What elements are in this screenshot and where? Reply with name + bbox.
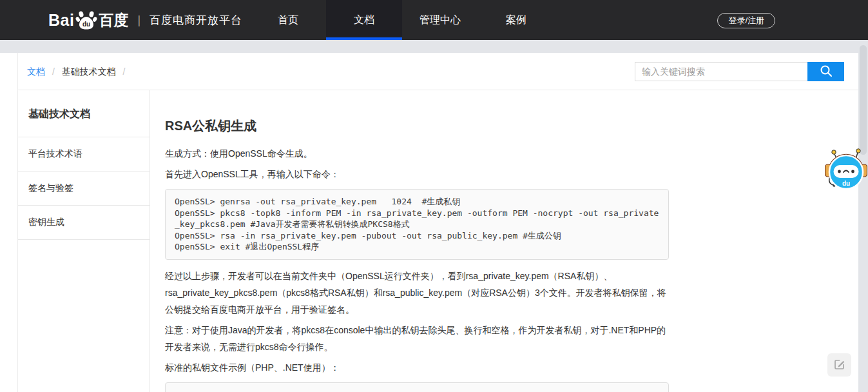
- top-navbar: Bai du 百度 | 百度电商开放平台 首页 文档 管理中心 案例 登录/注册: [0, 0, 868, 40]
- sidebar-item-signature[interactable]: 签名与验签: [18, 172, 149, 206]
- feedback-edit-button[interactable]: [827, 353, 851, 377]
- breadcrumb-link-docs[interactable]: 文档: [27, 66, 45, 77]
- paragraph-steps-result: 经过以上步骤，开发者可以在当前文件夹中（OpenSSL运行文件夹），看到rsa_…: [165, 268, 669, 318]
- paragraph-openssl-intro: 首先进入OpenSSL工具，再输入以下命令：: [165, 166, 669, 182]
- breadcrumb: 文档 / 基础技术文档 /: [27, 66, 130, 78]
- main-nav: 首页 文档 管理中心 案例: [250, 0, 554, 40]
- code-block-private-key-sample: -----BEGIN RSA PRIVATE KEY----- MIICXQIB…: [165, 382, 669, 392]
- code-block-openssl-commands: OpenSSL> genrsa -out rsa_private_key.pem…: [165, 189, 669, 260]
- platform-subtitle: 百度电商开放平台: [149, 13, 242, 28]
- content-container: 文档 / 基础技术文档 / 基础技术文档 平台技术术语 签名与验签 密钥生成: [17, 53, 858, 392]
- paragraph-key-example-label: 标准的私钥文件示例（PHP、.NET使用）：: [165, 359, 669, 376]
- paragraph-generation-method: 生成方式：使用OpenSSL命令生成。: [165, 145, 669, 162]
- baidu-logo[interactable]: Bai du 百度 | 百度电商开放平台: [48, 0, 242, 40]
- doc-body: 基础技术文档 平台技术术语 签名与验签 密钥生成 RSA公私钥生成 生成方式：使…: [18, 90, 858, 392]
- breadcrumb-separator: /: [123, 66, 126, 77]
- scrollbar-thumb[interactable]: [860, 45, 867, 155]
- login-register-button[interactable]: 登录/注册: [717, 13, 775, 28]
- sidebar-title: 基础技术文档: [18, 90, 149, 137]
- breadcrumb-separator: /: [52, 66, 55, 77]
- breadcrumb-current[interactable]: 基础技术文档: [62, 66, 116, 77]
- sidebar: 基础技术文档 平台技术术语 签名与验签 密钥生成: [18, 90, 150, 392]
- svg-text:du: du: [82, 21, 90, 28]
- nav-item-cases[interactable]: 案例: [478, 0, 554, 40]
- logo-text-cn: 百度: [99, 10, 128, 30]
- logo-divider: |: [137, 14, 140, 27]
- logo-text-bai: Bai: [48, 11, 74, 30]
- sidebar-item-terms[interactable]: 平台技术术语: [18, 137, 149, 172]
- nav-item-docs[interactable]: 文档: [326, 0, 402, 40]
- paragraph-java-note: 注意：对于使用Java的开发者，将pkcs8在console中输出的私钥去除头尾…: [165, 322, 669, 355]
- search-button[interactable]: [807, 62, 844, 81]
- page-title: RSA公私钥生成: [165, 117, 670, 135]
- doc-search: [635, 62, 844, 81]
- scrollbar[interactable]: [858, 40, 868, 392]
- sidebar-item-keygen[interactable]: 密钥生成: [18, 206, 149, 240]
- page-background-band: [0, 40, 868, 53]
- article: RSA公私钥生成 生成方式：使用OpenSSL命令生成。 首先进入OpenSSL…: [150, 90, 670, 392]
- nav-item-console[interactable]: 管理中心: [402, 0, 478, 40]
- search-input[interactable]: [635, 62, 807, 81]
- breadcrumb-bar: 文档 / 基础技术文档 /: [18, 53, 858, 90]
- service-robot-mascot[interactable]: du: [825, 144, 867, 192]
- search-icon: [819, 64, 833, 80]
- nav-item-home[interactable]: 首页: [250, 0, 326, 40]
- baidu-paw-icon: du: [75, 9, 97, 31]
- edit-icon: [833, 358, 846, 373]
- svg-text:du: du: [842, 180, 850, 187]
